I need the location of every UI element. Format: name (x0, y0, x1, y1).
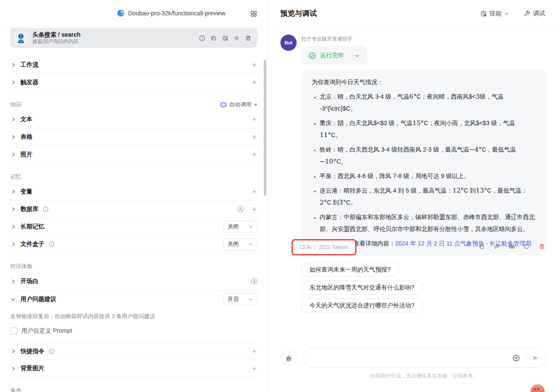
sidebar-item-trigger[interactable]: 触发器 (10, 74, 257, 91)
add-icon[interactable] (251, 152, 257, 158)
sidebar-item-label: 工作流 (20, 61, 38, 69)
suggestion-chip[interactable]: 东北地区的降雪天气对交通有什么影响? (301, 281, 423, 295)
info-icon[interactable] (199, 35, 205, 41)
sidebar-item-photo[interactable]: 照片 (10, 146, 257, 164)
refresh-icon[interactable] (523, 243, 530, 250)
chevron-right-icon (10, 278, 16, 284)
custom-prompt-checkbox-row[interactable]: 用户自定义 Prompt (10, 327, 257, 335)
select-value: 关闭 (227, 223, 239, 231)
circle-a-icon[interactable] (237, 206, 244, 213)
skills-label: 技能 (490, 10, 502, 18)
skills-dropdown[interactable]: 技能 (480, 10, 509, 18)
select-value: 关闭 (227, 240, 239, 248)
sidebar-item-label: 文件盒子 (20, 240, 44, 248)
panel-title: 预览与调试 (280, 9, 317, 18)
circle-a-icon[interactable] (251, 278, 257, 285)
chevron-right-icon (10, 348, 16, 354)
sidebar-item-table[interactable]: 表格 (10, 129, 257, 146)
add-icon[interactable] (251, 189, 257, 195)
assistant-mascot[interactable] (531, 384, 545, 392)
wrench-icon (524, 10, 531, 17)
trash-icon[interactable] (245, 35, 251, 41)
filebox-select[interactable]: 关闭 (223, 238, 257, 251)
sidebar-item-label: 快捷指令 (20, 348, 44, 355)
copy-icon[interactable] (210, 35, 217, 41)
edit-icon[interactable] (222, 35, 228, 41)
latency-tokens-highlight: 13.9s 2321 Tokens (292, 239, 356, 255)
suggestion-chip[interactable]: 今天的天气状况适合进行哪些户外活动? (301, 298, 423, 313)
gear-icon[interactable] (233, 35, 240, 41)
left-header: Doubao-pro-32k/functioncall-preview (0, 0, 268, 27)
sidebar-item-database[interactable]: 数据库 (10, 201, 257, 218)
add-icon[interactable] (251, 134, 257, 140)
debug-button[interactable]: 调试 (524, 10, 545, 18)
attach-icon[interactable] (513, 354, 520, 362)
bot-avatar-label: Bot (285, 40, 292, 45)
skill-panel-icon (480, 10, 487, 17)
grid-icon[interactable] (250, 10, 257, 18)
message-intro: 为你查询到今日天气情况： (312, 76, 537, 88)
sidebar-item-workflow[interactable]: 工作流 (10, 56, 257, 74)
dialog-section-header: 对话体验 (10, 253, 257, 273)
sidebar-item-background[interactable]: 背景图片 (10, 360, 257, 377)
add-icon[interactable] (251, 117, 257, 123)
sidebar-item-shortcut[interactable]: 快捷指令 (10, 342, 257, 360)
sidebar-item-label: 表格 (20, 133, 32, 141)
add-icon[interactable] (251, 79, 257, 85)
add-icon[interactable] (251, 62, 257, 68)
add-icon[interactable] (251, 206, 257, 212)
plugin-actions (199, 35, 251, 41)
auto-invoke-dropdown[interactable]: 自动调用 (220, 101, 257, 108)
chevron-right-icon (10, 366, 16, 372)
bot-avatar: Bot (280, 35, 297, 51)
run-status-pill[interactable]: 运行完毕 (301, 46, 367, 65)
sidebar-item-opening[interactable]: 开场白 (10, 273, 257, 290)
wrench-icon[interactable] (494, 243, 500, 250)
chevron-right-icon (10, 152, 16, 158)
quote-icon[interactable] (509, 244, 514, 249)
sidebar-item-variable[interactable]: 变量 (10, 183, 257, 201)
sidebar-item-longterm-memory[interactable]: 长期记忆 关闭 (10, 218, 257, 236)
checkbox-label: 用户自定义 Prompt (21, 327, 72, 335)
message-bullet: 北京：晴，白天北风 3-4 级，气温6°C；夜间晴，西南风$<3级，气温 -3^… (320, 91, 537, 114)
sidebar-item-filebox[interactable]: 文件盒子 关闭 (10, 236, 257, 253)
chevron-right-icon (10, 79, 16, 85)
input-divider (526, 354, 526, 361)
sidebar-item-text[interactable]: 文本 (10, 111, 257, 129)
role-section-header: 角色 (10, 377, 257, 392)
input-row (280, 348, 547, 368)
message-input[interactable] (303, 348, 547, 368)
sidebar-item-label: 长期记忆 (20, 223, 44, 231)
copy-icon[interactable] (478, 243, 485, 250)
chevron-right-icon (10, 241, 16, 247)
info-icon[interactable] (49, 241, 55, 247)
suggestion-chip[interactable]: 如何查询未来一周的天气预报? (301, 263, 399, 277)
clear-context-button[interactable] (280, 350, 297, 366)
longterm-memory-select[interactable]: 关闭 (223, 221, 257, 233)
model-name: Doubao-pro-32k/functioncall-preview (128, 10, 225, 17)
chat-area: Bot 扣子专业版开发者助手 运行完毕 (268, 28, 557, 392)
plugin-card[interactable]: 头条搜索 / search 搜索用户询问的内容 (10, 28, 257, 48)
send-icon[interactable] (532, 354, 538, 362)
info-icon[interactable] (49, 348, 55, 354)
divider-gap (10, 335, 257, 342)
chevron-down-icon (10, 296, 16, 302)
add-icon[interactable] (251, 348, 257, 354)
sidebar-item-label: 用户问题建议 (20, 295, 56, 303)
section-label: 知识 (10, 101, 21, 108)
plugin-info: 头条搜索 / search 搜索用户询问的内容 (32, 31, 195, 45)
message-bullet: 铁岭：晴，白天西北风 3-4 级转西南风 2-3 级，最高气温−4°C，最低气温… (320, 143, 537, 167)
memory-section-header: 记忆 (10, 164, 257, 183)
suggestion-select[interactable]: 开启 (223, 293, 257, 305)
section-label: 角色 (10, 387, 21, 392)
info-icon[interactable] (43, 206, 49, 212)
delete-icon[interactable] (539, 243, 545, 250)
checkbox[interactable] (10, 328, 17, 335)
debug-label: 调试 (533, 10, 545, 18)
scrollbar-thumb[interactable] (264, 60, 266, 196)
add-icon[interactable] (251, 366, 257, 372)
app-root: Doubao-pro-32k/functioncall-preview (0, 0, 557, 392)
sidebar-item-suggestion[interactable]: 用户问题建议 开启 (10, 290, 257, 308)
chevron-right-icon (10, 224, 16, 230)
model-selector[interactable]: Doubao-pro-32k/functioncall-preview (117, 9, 225, 17)
